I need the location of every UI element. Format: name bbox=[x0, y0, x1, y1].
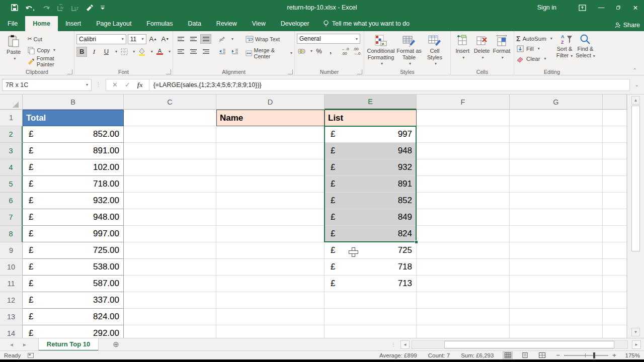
cell-C5[interactable] bbox=[124, 176, 216, 193]
cell-B13[interactable]: £824.00 bbox=[23, 309, 124, 325]
format-cells-button[interactable]: Format▾ bbox=[492, 33, 512, 67]
row-header-8[interactable]: 8 bbox=[0, 226, 23, 242]
cell-D10[interactable] bbox=[216, 259, 325, 276]
row-header-13[interactable]: 13 bbox=[0, 309, 23, 325]
cell-E8[interactable]: £824 bbox=[325, 226, 417, 242]
scroll-left-icon[interactable]: ◄ bbox=[400, 340, 410, 349]
clipboard-dialog-launcher[interactable] bbox=[67, 69, 72, 74]
font-color-button[interactable]: A bbox=[154, 47, 165, 57]
row-header-2[interactable]: 2 bbox=[0, 126, 23, 143]
cancel-formula-icon[interactable]: ✕ bbox=[112, 81, 118, 88]
italic-button[interactable]: I bbox=[89, 47, 99, 57]
align-top-icon[interactable] bbox=[175, 34, 186, 44]
tab-formulas[interactable]: Formulas bbox=[139, 16, 180, 31]
column-header-G[interactable]: G bbox=[510, 95, 603, 110]
column-header-F[interactable]: F bbox=[417, 95, 510, 110]
zoom-out-button[interactable]: − bbox=[556, 351, 560, 359]
cell-H3[interactable] bbox=[603, 143, 627, 159]
cell-C8[interactable] bbox=[124, 226, 216, 242]
cell-F12[interactable] bbox=[417, 292, 510, 309]
cell-B10[interactable]: £538.00 bbox=[23, 259, 124, 276]
cell-B14[interactable]: £292.00 bbox=[23, 325, 124, 338]
cell-F10[interactable] bbox=[417, 259, 510, 276]
zoom-level[interactable]: 175% bbox=[625, 352, 640, 358]
cell-H8[interactable] bbox=[603, 226, 627, 242]
cell-G11[interactable] bbox=[510, 276, 603, 292]
align-bottom-icon[interactable] bbox=[200, 34, 211, 44]
tab-data[interactable]: Data bbox=[180, 16, 208, 31]
percent-style-button[interactable]: % bbox=[314, 46, 324, 56]
cell-E10[interactable]: £718 bbox=[325, 259, 417, 276]
cell-F13[interactable] bbox=[417, 309, 510, 325]
font-dialog-launcher[interactable] bbox=[166, 69, 171, 74]
cell-E2[interactable]: £997 bbox=[325, 126, 417, 143]
vertical-scroll-thumb[interactable] bbox=[631, 106, 640, 251]
cell-H9[interactable] bbox=[603, 242, 627, 259]
expand-formula-bar-icon[interactable]: ⌄ bbox=[630, 82, 644, 87]
orientation-button[interactable]: ab bbox=[217, 34, 228, 44]
cell-G5[interactable] bbox=[510, 176, 603, 193]
column-header-E[interactable]: E bbox=[325, 95, 417, 110]
zoom-slider[interactable] bbox=[564, 355, 608, 356]
cell-H10[interactable] bbox=[603, 259, 627, 276]
cell-G8[interactable] bbox=[510, 226, 603, 242]
sign-in-button[interactable]: Sign in bbox=[531, 0, 563, 15]
cell-F6[interactable] bbox=[417, 193, 510, 209]
comma-style-button[interactable]: , bbox=[326, 46, 336, 56]
cell-F14[interactable] bbox=[417, 325, 510, 338]
cell-C9[interactable] bbox=[124, 242, 216, 259]
cell-F2[interactable] bbox=[417, 126, 510, 143]
cell-C13[interactable] bbox=[124, 309, 216, 325]
number-dialog-launcher[interactable] bbox=[357, 69, 362, 74]
cell-H11[interactable] bbox=[603, 276, 627, 292]
column-header-partial[interactable] bbox=[603, 95, 627, 110]
row-header-5[interactable]: 5 bbox=[0, 176, 23, 193]
collapse-ribbon-icon[interactable]: ⌃ bbox=[633, 67, 637, 73]
cell-D6[interactable] bbox=[216, 193, 325, 209]
align-left-icon[interactable] bbox=[175, 47, 186, 56]
cell-B3[interactable]: £891.00 bbox=[23, 143, 124, 159]
borders-button[interactable] bbox=[119, 47, 129, 57]
find-select-button[interactable] bbox=[580, 34, 591, 45]
align-middle-icon[interactable] bbox=[188, 34, 199, 44]
macro-record-icon[interactable] bbox=[28, 353, 34, 358]
cell-H4[interactable] bbox=[603, 159, 627, 176]
insert-function-icon[interactable]: fx bbox=[137, 81, 143, 89]
qat-custom-fx-icon[interactable]: fx bbox=[57, 4, 64, 11]
find-select-label[interactable]: Find & Select▾ bbox=[576, 46, 595, 59]
sheet-tab-return-top-10[interactable]: Return Top 10 bbox=[38, 338, 99, 351]
row-header-1[interactable]: 1 bbox=[0, 110, 23, 126]
minimize-button[interactable]: — bbox=[593, 0, 610, 15]
tell-me-box[interactable]: Tell me what you want to do bbox=[317, 16, 416, 31]
cell-G4[interactable] bbox=[510, 159, 603, 176]
merge-center-button[interactable]: Merge & Center▾ bbox=[246, 48, 292, 58]
cell-G14[interactable] bbox=[510, 325, 603, 338]
cell-E11[interactable]: £713 bbox=[325, 276, 417, 292]
increase-font-icon[interactable]: A▲ bbox=[148, 34, 158, 44]
fill-button[interactable]: Fill▾ bbox=[516, 44, 552, 53]
copy-button[interactable]: Copy▾ bbox=[27, 45, 72, 55]
cell-C2[interactable] bbox=[124, 126, 216, 143]
delete-cells-button[interactable]: Delete▾ bbox=[472, 33, 491, 67]
decrease-indent-icon[interactable] bbox=[217, 47, 228, 56]
tab-insert[interactable]: Insert bbox=[58, 16, 89, 31]
cell-H2[interactable] bbox=[603, 126, 627, 143]
qat-custom-12-icon[interactable]: 12 bbox=[71, 4, 78, 11]
paste-button[interactable]: Paste▾ bbox=[2, 33, 25, 67]
cell-G12[interactable] bbox=[510, 292, 603, 309]
tab-file[interactable]: File bbox=[0, 16, 25, 31]
tab-review[interactable]: Review bbox=[209, 16, 245, 31]
increase-indent-icon[interactable] bbox=[229, 47, 240, 56]
cell-C3[interactable] bbox=[124, 143, 216, 159]
tab-developer[interactable]: Developer bbox=[273, 16, 317, 31]
wrap-text-button[interactable]: Wrap Text bbox=[246, 34, 292, 44]
cell-E9[interactable]: £725 bbox=[325, 242, 417, 259]
save-icon[interactable] bbox=[11, 4, 18, 11]
cell-H6[interactable] bbox=[603, 193, 627, 209]
align-center-icon[interactable] bbox=[188, 47, 199, 56]
row-header-7[interactable]: 7 bbox=[0, 209, 23, 226]
cell-H12[interactable] bbox=[603, 292, 627, 309]
cell-D13[interactable] bbox=[216, 309, 325, 325]
cell-G2[interactable] bbox=[510, 126, 603, 143]
cell-styles-button[interactable]: Cell Styles▾ bbox=[423, 33, 447, 67]
